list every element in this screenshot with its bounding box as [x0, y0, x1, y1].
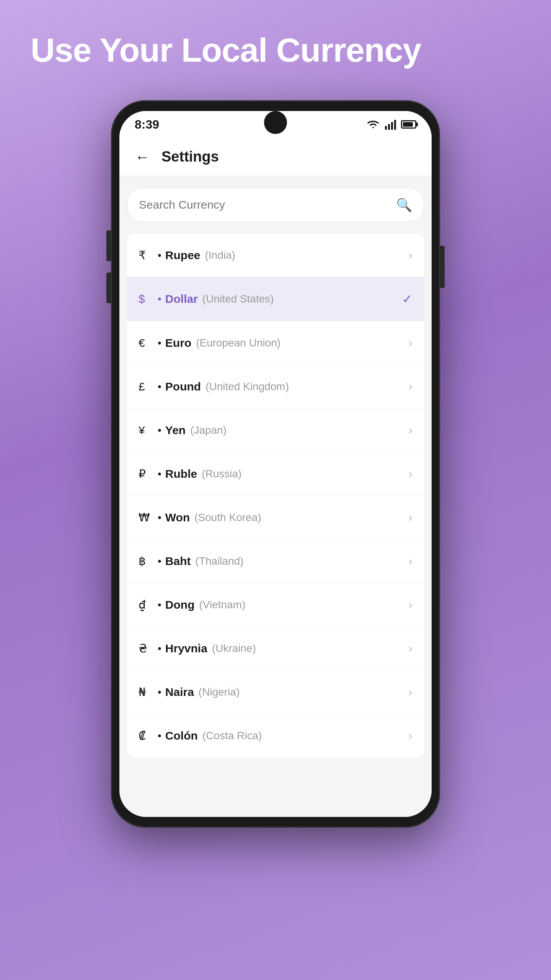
battery-icon — [401, 120, 416, 129]
currency-symbol: € — [139, 336, 154, 350]
search-icon: 🔍 — [396, 197, 412, 212]
currency-item[interactable]: £•Pound(United Kingdom)› — [127, 365, 424, 408]
currency-item[interactable]: ₩•Won(South Korea)› — [127, 496, 424, 539]
currency-country: (United States) — [202, 293, 274, 305]
currency-name: Rupee — [165, 249, 201, 262]
chevron-right-icon: › — [408, 554, 412, 568]
currency-list: ₹•Rupee(India)›$•Dollar(United States)✓€… — [127, 234, 424, 757]
currency-item[interactable]: ₽•Ruble(Russia)› — [127, 452, 424, 496]
chevron-right-icon: › — [408, 467, 412, 481]
phone-screen: 8:39 — [119, 111, 432, 817]
settings-content[interactable]: 🔍 ₹•Rupee(India)›$•Dollar(United States)… — [119, 176, 432, 817]
checkmark-icon: ✓ — [402, 292, 412, 306]
currency-dot: • — [158, 599, 161, 611]
currency-country: (Costa Rica) — [202, 730, 262, 742]
wifi-icon — [366, 119, 380, 130]
top-bar: ← Settings — [119, 138, 432, 176]
currency-left: ฿•Baht(Thailand) — [139, 554, 244, 568]
search-input[interactable] — [139, 198, 396, 211]
currency-country: (United Kingdom) — [205, 381, 289, 393]
currency-dot: • — [158, 293, 161, 305]
currency-symbol: ₦ — [139, 685, 154, 699]
currency-name: Hryvnia — [165, 642, 207, 655]
chevron-right-icon: › — [408, 641, 412, 655]
currency-name: Baht — [165, 555, 191, 568]
currency-dot: • — [158, 511, 161, 524]
phone-frame: 8:39 — [111, 100, 440, 828]
currency-country: (European Union) — [196, 337, 280, 349]
svg-rect-0 — [385, 126, 387, 130]
currency-symbol: ¥ — [139, 424, 154, 437]
currency-country: (Russia) — [202, 468, 241, 480]
currency-dot: • — [158, 249, 161, 261]
currency-dot: • — [158, 642, 161, 655]
chevron-right-icon: › — [408, 598, 412, 612]
status-icons — [366, 119, 416, 130]
chevron-right-icon: › — [408, 728, 412, 743]
currency-country: (Nigeria) — [199, 686, 240, 698]
chevron-right-icon: › — [408, 685, 412, 699]
currency-country: (South Korea) — [194, 511, 261, 524]
currency-name: Dollar — [165, 292, 198, 305]
currency-item[interactable]: ₴•Hryvnia(Ukraine)› — [127, 627, 424, 670]
currency-name: Ruble — [165, 467, 197, 480]
phone-notch — [264, 111, 287, 134]
search-container[interactable]: 🔍 — [127, 188, 424, 222]
currency-country: (Ukraine) — [212, 642, 256, 655]
chevron-right-icon: › — [408, 336, 412, 350]
currency-item[interactable]: €•Euro(European Union)› — [127, 321, 424, 365]
currency-country: (Japan) — [190, 424, 227, 436]
currency-left: ₡•Colón(Costa Rica) — [139, 729, 262, 742]
currency-item[interactable]: ฿•Baht(Thailand)› — [127, 539, 424, 583]
back-arrow-icon: ← — [135, 149, 150, 165]
currency-symbol: ₴ — [139, 642, 154, 655]
currency-item[interactable]: ₹•Rupee(India)› — [127, 234, 424, 277]
currency-left: ₫•Dong(Vietnam) — [139, 598, 245, 611]
chevron-right-icon: › — [408, 510, 412, 524]
currency-symbol: $ — [139, 292, 154, 305]
currency-symbol: ₫ — [139, 598, 154, 611]
currency-item[interactable]: ₡•Colón(Costa Rica)› — [127, 714, 424, 757]
currency-symbol: ฿ — [139, 554, 154, 568]
signal-icon — [385, 119, 396, 130]
chevron-right-icon: › — [408, 248, 412, 262]
currency-dot: • — [158, 686, 161, 698]
currency-item[interactable]: ₫•Dong(Vietnam)› — [127, 583, 424, 627]
currency-left: ₽•Ruble(Russia) — [139, 467, 241, 480]
svg-rect-2 — [391, 122, 393, 130]
page-title: Use Your Local Currency — [0, 0, 551, 93]
currency-dot: • — [158, 555, 161, 567]
status-time: 8:39 — [135, 118, 159, 132]
currency-dot: • — [158, 337, 161, 349]
svg-rect-3 — [394, 120, 396, 130]
currency-item[interactable]: $•Dollar(United States)✓ — [127, 277, 424, 321]
chevron-right-icon: › — [408, 379, 412, 394]
currency-symbol: ₹ — [139, 248, 154, 262]
currency-name: Pound — [165, 380, 201, 393]
svg-rect-1 — [388, 124, 390, 130]
currency-symbol: ₡ — [139, 729, 154, 742]
currency-country: (India) — [205, 249, 235, 261]
volume-up-button — [106, 230, 111, 261]
currency-left: ¥•Yen(Japan) — [139, 424, 227, 437]
currency-item[interactable]: ₦•Naira(Nigeria)› — [127, 670, 424, 714]
currency-dot: • — [158, 468, 161, 480]
volume-down-button — [106, 273, 111, 303]
currency-symbol: ₩ — [139, 511, 154, 524]
currency-name: Naira — [165, 686, 194, 699]
phone-mockup: 8:39 — [111, 100, 440, 828]
currency-left: ₦•Naira(Nigeria) — [139, 685, 240, 699]
currency-name: Yen — [165, 424, 186, 437]
currency-left: ₴•Hryvnia(Ukraine) — [139, 642, 256, 655]
currency-name: Won — [165, 511, 190, 524]
currency-dot: • — [158, 730, 161, 742]
currency-name: Euro — [165, 336, 191, 350]
chevron-right-icon: › — [408, 423, 412, 437]
currency-name: Colón — [165, 729, 198, 742]
settings-title: Settings — [161, 149, 219, 165]
back-button[interactable]: ← — [131, 145, 154, 168]
currency-country: (Thailand) — [195, 555, 243, 567]
currency-left: ₹•Rupee(India) — [139, 248, 235, 262]
currency-left: £•Pound(United Kingdom) — [139, 380, 289, 393]
currency-item[interactable]: ¥•Yen(Japan)› — [127, 408, 424, 452]
